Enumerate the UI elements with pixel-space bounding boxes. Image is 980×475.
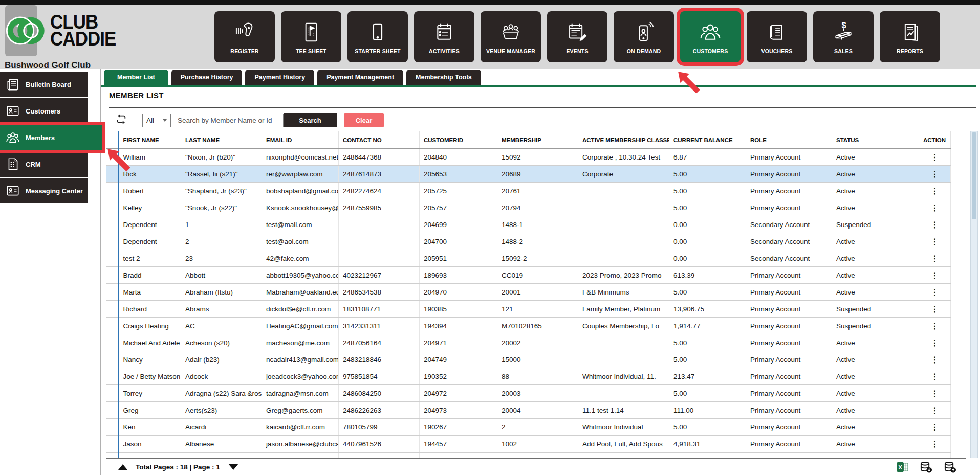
- column-header-first-name[interactable]: FIRST NAME: [119, 131, 181, 149]
- row-actions-button[interactable]: ⋮: [919, 368, 951, 385]
- data-download-icon[interactable]: [920, 461, 932, 473]
- column-header-action[interactable]: ACTION: [919, 131, 951, 149]
- row-actions-button[interactable]: ⋮: [919, 419, 951, 436]
- row-selector-cell[interactable]: [106, 385, 119, 402]
- row-selector-cell[interactable]: [106, 436, 119, 453]
- row-selector-cell[interactable]: [106, 183, 119, 199]
- data-upload-icon[interactable]: [944, 461, 956, 473]
- clear-button[interactable]: Clear: [344, 113, 384, 127]
- column-header-membership[interactable]: MEMBERSHIP: [497, 131, 578, 149]
- table-row[interactable]: Rick"Rassel, Iii (s21)"rer@wwrplaw.com24…: [106, 166, 951, 183]
- table-row[interactable]: GregAerts(s23)Greg@gaerts.com24862262632…: [106, 402, 951, 419]
- column-header-customerid[interactable]: CUSTOMERID: [420, 131, 497, 149]
- row-selector-cell[interactable]: [106, 199, 119, 216]
- table-row[interactable]: MartaAbraham (ftstu)Mabraham@oakland.edu…: [106, 284, 951, 301]
- row-selector-cell[interactable]: [106, 250, 119, 267]
- column-header-email-id[interactable]: EMAIL ID: [262, 131, 339, 149]
- column-header-status[interactable]: STATUS: [832, 131, 919, 149]
- row-selector-cell[interactable]: [106, 284, 119, 301]
- nav-venue-manager[interactable]: VENUE MANAGER: [481, 11, 541, 62]
- sidebar-item-members[interactable]: Members: [0, 125, 102, 150]
- row-selector-cell[interactable]: [106, 402, 119, 419]
- sidebar-item-bulletin-board[interactable]: Bulletin Board: [0, 72, 88, 97]
- row-selector-cell[interactable]: [106, 419, 119, 436]
- table-row[interactable]: Kelley"Snook, Jr (s22)"Ksnook.snookhouse…: [106, 199, 951, 216]
- column-header-last-name[interactable]: LAST NAME: [181, 131, 262, 149]
- sidebar-item-customers[interactable]: Customers: [0, 98, 88, 124]
- nav-on-demand[interactable]: ON DEMAND: [614, 11, 674, 62]
- column-header-current-balance[interactable]: CURRENT BALANCE: [669, 131, 746, 149]
- page-up-button[interactable]: [118, 464, 127, 470]
- table-row[interactable]: Michael And AdeleAcheson (s20)macheson@m…: [106, 334, 951, 351]
- nav-tee-sheet[interactable]: TEE SHEET: [281, 11, 341, 62]
- table-row[interactable]: Robert"Shapland, Jr (s23)"bobshapland@gm…: [106, 183, 951, 199]
- row-selector-cell[interactable]: [106, 233, 119, 250]
- tab-member-list[interactable]: Member List: [104, 70, 168, 85]
- vertical-scrollbar[interactable]: [970, 131, 978, 458]
- nav-register[interactable]: REGISTER: [214, 11, 275, 62]
- row-selector-cell[interactable]: [106, 318, 119, 334]
- table-row[interactable]: JasonAlbanesejason.albanese@clubcad44079…: [106, 436, 951, 453]
- nav-reports[interactable]: REPORTS: [880, 11, 940, 62]
- tab-purchase-history[interactable]: Purchase History: [171, 70, 243, 85]
- column-header-contact-no[interactable]: CONTACT NO: [339, 131, 420, 149]
- row-actions-button[interactable]: ⋮: [919, 385, 951, 402]
- search-button[interactable]: Search: [284, 113, 337, 127]
- row-selector-cell[interactable]: [106, 149, 119, 166]
- column-header-active-membership-classe[interactable]: ACTIVE MEMBERSHIP CLASSE: [578, 131, 669, 149]
- sidebar-item-crm[interactable]: CRM: [0, 151, 88, 177]
- row-actions-button[interactable]: ⋮: [919, 166, 951, 183]
- page-down-button[interactable]: [228, 464, 238, 470]
- row-actions-button[interactable]: ⋮: [919, 216, 951, 233]
- member-search-input[interactable]: [173, 114, 284, 127]
- nav-customers[interactable]: CUSTOMERS: [680, 11, 741, 62]
- nav-sales[interactable]: $SALES: [813, 11, 874, 62]
- table-row[interactable]: NancyAdair (b23)ncadair413@gmail.com2483…: [106, 351, 951, 368]
- row-selector-cell[interactable]: [106, 267, 119, 284]
- row-actions-button[interactable]: ⋮: [919, 250, 951, 267]
- tab-payment-history[interactable]: Payment History: [245, 70, 314, 85]
- table-row[interactable]: KenAicardikaicardi@cfl.rr.com78010579919…: [106, 419, 951, 436]
- nav-label: TEE SHEET: [296, 48, 326, 54]
- row-actions-button[interactable]: ⋮: [919, 436, 951, 453]
- row-actions-button[interactable]: ⋮: [919, 233, 951, 250]
- row-selector-cell[interactable]: [106, 301, 119, 318]
- scrollbar-thumb[interactable]: [972, 132, 976, 219]
- row-selector-cell[interactable]: [106, 166, 119, 183]
- excel-export-icon[interactable]: X: [897, 461, 908, 473]
- table-row[interactable]: test 22342@fake.com20595115092-20.00Seco…: [106, 250, 951, 267]
- row-actions-button[interactable]: ⋮: [919, 351, 951, 368]
- row-selector-cell[interactable]: [106, 334, 119, 351]
- nav-activities[interactable]: ACTIVITIES: [414, 11, 474, 62]
- nav-events[interactable]: EVENTS: [547, 11, 607, 62]
- row-selector-cell[interactable]: [106, 368, 119, 385]
- column-header-role[interactable]: ROLE: [746, 131, 832, 149]
- nav-vouchers[interactable]: VOUCHERS: [747, 11, 807, 62]
- row-actions-button[interactable]: ⋮: [919, 183, 951, 199]
- tab-membership-tools[interactable]: Membership Tools: [406, 70, 481, 85]
- table-row[interactable]: RichardAbramsdickdot$e@cfl.rr.com1831108…: [106, 301, 951, 318]
- table-row[interactable]: Dependent2test@aol.com2047001488-20.00Se…: [106, 233, 951, 250]
- nav-starter-sheet[interactable]: STARTER SHEET: [347, 11, 408, 62]
- filter-dropdown[interactable]: All: [142, 114, 171, 127]
- row-actions-button[interactable]: ⋮: [919, 301, 951, 318]
- table-row[interactable]: BraddAbbottabbott19305@yahoo.com40232129…: [106, 267, 951, 284]
- refresh-button[interactable]: [115, 114, 127, 126]
- row-selector-cell[interactable]: [106, 351, 119, 368]
- table-row[interactable]: William"Nixon, Jr (b20)"nixonphd@comcast…: [106, 149, 951, 166]
- row-actions-button[interactable]: ⋮: [919, 267, 951, 284]
- row-actions-button[interactable]: ⋮: [919, 318, 951, 334]
- row-selector-cell[interactable]: [106, 216, 119, 233]
- row-actions-button[interactable]: ⋮: [919, 284, 951, 301]
- table-row[interactable]: Joe / Betty MatsonAdcockjoeadcock3@yahoo…: [106, 368, 951, 385]
- row-actions-button[interactable]: ⋮: [919, 334, 951, 351]
- tab-payment-management[interactable]: Payment Management: [317, 70, 403, 85]
- sidebar-item-messaging-center[interactable]: Messaging Center: [0, 178, 88, 203]
- row-actions-button[interactable]: ⋮: [919, 402, 951, 419]
- row-actions-button[interactable]: ⋮: [919, 199, 951, 216]
- row-actions-button[interactable]: ⋮: [919, 149, 951, 166]
- cell-email-id: 42@fake.com: [262, 250, 339, 267]
- table-row[interactable]: Dependent1test@mail.com2046991488-10.00S…: [106, 216, 951, 233]
- table-row[interactable]: Craigs HeatingACHeatingAC@gmail.com31423…: [106, 318, 951, 334]
- table-row[interactable]: TorreyAdragna (s22) Sara &rosstadragna@m…: [106, 385, 951, 402]
